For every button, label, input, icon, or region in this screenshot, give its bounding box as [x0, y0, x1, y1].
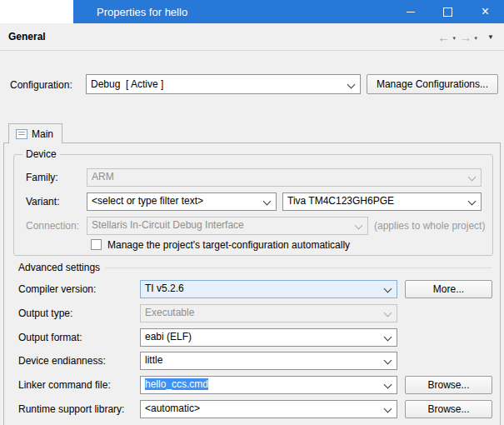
form-icon	[16, 129, 27, 139]
compiler-version-select[interactable]: TI v5.2.6	[140, 280, 397, 298]
selected-text: hello_ccs.cmd	[145, 378, 208, 390]
view-menu-button[interactable]: ▼	[487, 33, 494, 41]
connection-value: Stellaris In-Circuit Debug Interface	[92, 219, 244, 231]
linker-command-file-label: Linker command file:	[18, 379, 111, 391]
output-type-label: Output type:	[18, 308, 72, 319]
chevron-down-icon	[384, 333, 392, 342]
connection-note: (applies to whole project)	[374, 220, 485, 232]
device-endianness-value: little	[145, 354, 162, 366]
properties-dialog: Properties for hello × General ← ▼ → ▼	[0, 0, 504, 425]
close-icon: ×	[482, 5, 489, 18]
back-arrow-icon: ←	[437, 30, 450, 44]
variant-label: Variant:	[26, 196, 59, 208]
output-format-value: eabi (ELF)	[145, 331, 192, 342]
forward-dropdown-icon: ▼	[473, 36, 478, 41]
runtime-support-library-label: Runtime support library:	[18, 403, 124, 415]
runtime-support-library-combobox[interactable]: <automatic>	[140, 400, 397, 418]
output-type-select: Executable	[140, 304, 397, 322]
close-button[interactable]: ×	[467, 0, 504, 23]
configuration-value: Debug [ Active ]	[91, 78, 163, 90]
more-button[interactable]: More...	[405, 280, 492, 298]
chevron-down-icon	[384, 357, 392, 365]
variant-filter-value: <select or type filter text>	[92, 195, 203, 207]
minimize-button[interactable]	[392, 0, 429, 23]
page-title: General	[8, 31, 46, 42]
history-nav: ← ▼ → ▼ ▼	[437, 23, 494, 51]
connection-label: Connection:	[26, 220, 79, 232]
back-dropdown-icon: ▼	[452, 36, 457, 41]
window-titlebar: Properties for hello ×	[0, 0, 504, 23]
manage-target-config-checkbox[interactable]	[91, 239, 102, 250]
configuration-label: Configuration:	[10, 79, 72, 91]
connection-select: Stellaris In-Circuit Debug Interface	[87, 217, 368, 235]
linker-command-file-combobox[interactable]: hello_ccs.cmd	[140, 376, 397, 394]
maximize-icon	[443, 8, 452, 17]
browse-runtime-button[interactable]: Browse...	[405, 400, 492, 418]
output-format-select[interactable]: eabi (ELF)	[140, 328, 397, 347]
compiler-version-label: Compiler version:	[18, 283, 96, 295]
chevron-down-icon	[384, 285, 392, 293]
chevron-down-icon	[347, 81, 356, 89]
chevron-down-icon	[384, 405, 392, 413]
chevron-down-icon	[263, 198, 272, 206]
window-title: Properties for hello	[97, 6, 187, 18]
family-label: Family:	[26, 172, 58, 183]
advanced-settings-title: Advanced settings	[18, 262, 100, 273]
forward-arrow-icon: →	[459, 30, 472, 44]
page-header: General ← ▼ → ▼ ▼	[0, 23, 504, 51]
chevron-down-icon	[468, 173, 477, 182]
window-controls: ×	[392, 0, 504, 23]
device-endianness-label: Device endianness:	[18, 355, 106, 367]
browse-linker-button[interactable]: Browse...	[405, 376, 492, 394]
manage-configurations-button[interactable]: Manage Configurations...	[367, 74, 498, 94]
variant-device-value: Tiva TM4C123GH6PGE	[287, 195, 394, 207]
variant-device-select[interactable]: Tiva TM4C123GH6PGE	[282, 192, 482, 211]
chevron-down-icon	[468, 198, 477, 206]
manage-target-config-checkbox-label[interactable]: Manage the project's target-configuratio…	[107, 239, 350, 251]
device-endianness-select[interactable]: little	[140, 352, 397, 370]
output-format-label: Output format:	[18, 332, 82, 343]
chevron-down-icon	[355, 222, 363, 230]
device-group-title: Device	[22, 148, 60, 160]
compiler-version-value: TI v5.2.6	[145, 282, 184, 294]
linker-command-file-value: hello_ccs.cmd	[145, 378, 208, 390]
variant-filter-combobox[interactable]: <select or type filter text>	[87, 192, 277, 211]
device-group: Device Family: ARM Variant: <select or t…	[13, 154, 493, 256]
configuration-select[interactable]: Debug [ Active ]	[86, 74, 361, 94]
tab-main[interactable]: Main	[8, 123, 62, 143]
chevron-down-icon	[384, 381, 392, 389]
tab-main-label: Main	[32, 128, 53, 140]
forward-button[interactable]: → ▼	[459, 30, 478, 44]
family-select: ARM	[87, 168, 482, 187]
output-type-value: Executable	[145, 307, 194, 318]
back-button[interactable]: ← ▼	[437, 30, 457, 44]
maximize-button[interactable]	[429, 0, 467, 23]
chevron-down-icon	[384, 309, 392, 318]
minimize-icon	[407, 12, 415, 12]
runtime-support-library-value: <automatic>	[145, 402, 200, 414]
family-value: ARM	[92, 171, 114, 182]
advanced-settings-divider	[105, 268, 492, 268]
